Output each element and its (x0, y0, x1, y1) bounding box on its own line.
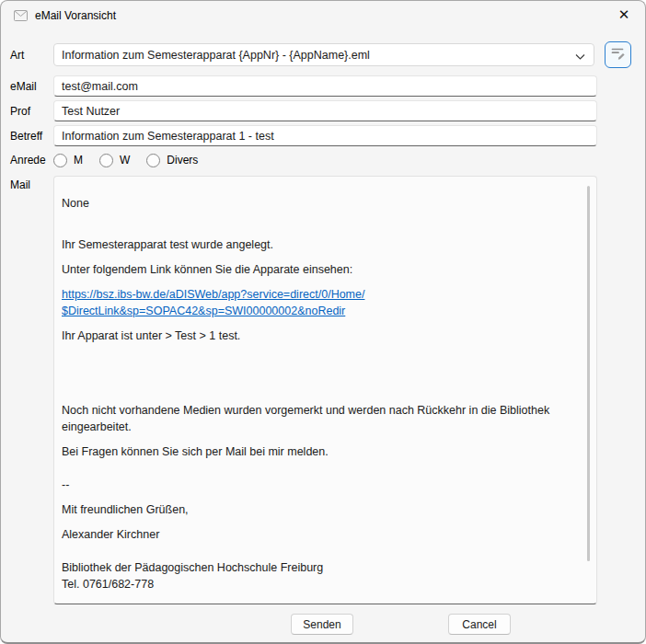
anrede-radio-w[interactable]: W (99, 154, 130, 167)
edit-lines-pencil-icon (610, 45, 626, 64)
mail-paragraph: Bei Fragen können Sie sich per Mail bei … (62, 443, 580, 460)
prof-field[interactable]: Test Nutzer (53, 100, 597, 121)
email-label: eMail (10, 80, 37, 93)
betreff-label: Betreff (10, 130, 42, 143)
mail-label: Mail (10, 178, 30, 191)
art-label: Art (10, 49, 24, 62)
prof-label: Prof (10, 105, 30, 118)
anrede-radio-divers[interactable]: Divers (146, 154, 198, 167)
envelope-icon (13, 8, 28, 23)
betreff-value: Information zum Semesterapparat 1 - test (62, 130, 274, 143)
cancel-button[interactable]: Cancel (448, 614, 511, 635)
email-field[interactable]: test@mail.com (53, 75, 597, 97)
anrede-label: Anrede (10, 154, 46, 167)
mail-paragraph: -- (62, 477, 580, 493)
anrede-group: MWDivers (53, 151, 198, 169)
close-icon[interactable]: ✕ (603, 1, 645, 29)
mail-body-content: NoneIhr Semesterapparat test wurde angel… (62, 195, 580, 592)
window-title: eMail Voransicht (35, 9, 116, 22)
mail-paragraph: Unter folgendem Link können Sie die Appa… (62, 261, 580, 278)
mail-paragraph: Ihr Apparat ist unter > Test > 1 test. (62, 328, 580, 344)
chevron-down-icon (575, 51, 585, 63)
art-template-select[interactable]: Information zum Semesterapparat {AppNr} … (53, 43, 594, 66)
art-template-value: Information zum Semesterapparat {AppNr} … (62, 49, 370, 62)
anrede-radio-m[interactable]: M (53, 154, 83, 167)
mail-paragraph: Noch nicht vorhandene Medien wurden vorg… (62, 402, 580, 435)
mail-paragraph: None (62, 195, 580, 212)
anrede-option-label: W (120, 154, 130, 167)
radio-circle-icon[interactable] (99, 154, 113, 167)
send-button[interactable]: Senden (291, 614, 353, 635)
mail-scrollbar[interactable] (587, 186, 590, 561)
mail-paragraph: Bibliothek der Pädagogischen Hochschule … (62, 559, 580, 592)
anrede-option-label: M (74, 154, 83, 167)
betreff-field[interactable]: Information zum Semesterapparat 1 - test (53, 125, 597, 146)
edit-template-button[interactable] (605, 41, 631, 68)
mail-paragraph: Alexander Kirchner (62, 526, 580, 543)
mail-paragraph: Ihr Semesterapparat test wurde angelegt. (62, 236, 580, 253)
mail-paragraph-link: https://bsz.ibs-bw.de/aDISWeb/app?servic… (62, 286, 580, 319)
mail-body-preview[interactable]: NoneIhr Semesterapparat test wurde angel… (53, 176, 597, 604)
email-value: test@mail.com (62, 80, 138, 93)
semesterapparat-link[interactable]: https://bsz.ibs-bw.de/aDISWeb/app?servic… (62, 288, 364, 317)
titlebar[interactable]: eMail Voransicht ✕ (1, 1, 645, 30)
email-preview-dialog: eMail Voransicht ✕ Art Information zum S… (0, 0, 646, 644)
radio-circle-icon[interactable] (53, 154, 67, 167)
prof-value: Test Nutzer (62, 105, 120, 118)
radio-circle-icon[interactable] (146, 154, 160, 167)
mail-paragraph: Mit freundlichen Grüßen, (62, 501, 580, 518)
anrede-option-label: Divers (167, 154, 198, 167)
